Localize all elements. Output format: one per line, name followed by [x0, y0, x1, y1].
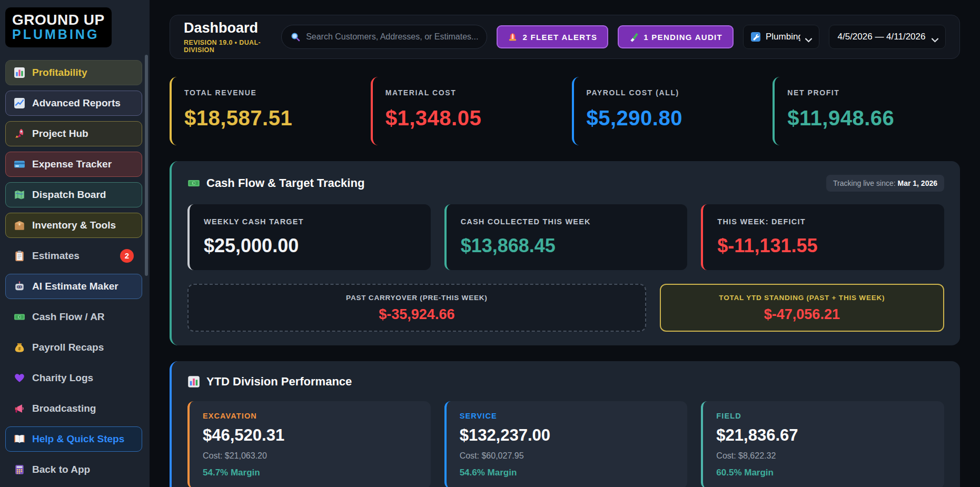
division-select[interactable]: Plumbing — [743, 25, 819, 49]
division-select-value: Plumbing — [766, 32, 800, 42]
stat-label: WEEKLY CASH TARGET — [204, 217, 417, 226]
kpi-value: $1,348.05 — [385, 106, 558, 130]
sidebar-item-broadcasting[interactable]: Broadcasting — [5, 396, 142, 421]
sidebar-item-ai-estimate-maker[interactable]: AI Estimate Maker — [5, 274, 142, 299]
sidebar-item-profitability[interactable]: Profitability — [5, 60, 142, 85]
tracking-date: Mar 1, 2026 — [898, 179, 938, 187]
division-card-excavation: EXCAVATION $46,520.31 Cost: $21,063.20 5… — [187, 401, 431, 487]
purple-heart-icon — [14, 372, 25, 384]
division-cards-row: EXCAVATION $46,520.31 Cost: $21,063.20 5… — [187, 401, 944, 487]
sidebar-item-back-to-app[interactable]: Back to App — [5, 457, 142, 482]
kpi-net-profit: NET PROFIT $11,948.66 — [773, 77, 960, 145]
sidebar: GROUND UP PLUMBING Profitability Advance… — [0, 0, 150, 487]
package-icon — [14, 220, 25, 231]
header-bar: Dashboard REVISION 19.0 • DUAL-DIVISION … — [170, 15, 960, 59]
sidebar-scrollbar[interactable] — [145, 55, 148, 276]
sidebar-item-label: Profitability — [32, 67, 87, 78]
division-name: SERVICE — [460, 412, 675, 420]
fleet-alerts-button[interactable]: 2 FLEET ALERTS — [497, 25, 608, 48]
bar-chart-icon — [187, 375, 200, 388]
megaphone-icon — [14, 403, 25, 414]
clipboard-icon — [14, 250, 25, 262]
sidebar-item-label: Estimates — [32, 250, 80, 262]
weekly-cash-target-card: WEEKLY CASH TARGET $25,000.00 — [187, 204, 431, 270]
kpi-label: PAYROLL COST (ALL) — [587, 88, 759, 97]
division-name: EXCAVATION — [203, 412, 418, 420]
stat-label: CASH COLLECTED THIS WEEK — [461, 217, 674, 226]
sidebar-item-label: Payroll Recaps — [32, 342, 104, 353]
sidebar-item-project-hub[interactable]: Project Hub — [5, 121, 142, 146]
kpi-material-cost: MATERIAL COST $1,348.05 — [371, 77, 558, 145]
division-margin: 54.7% Margin — [203, 468, 418, 478]
kpi-total-revenue: TOTAL REVENUE $18,587.51 — [170, 77, 357, 145]
stat-label: THIS WEEK: DEFICIT — [717, 217, 930, 226]
division-cost: Cost: $8,622.32 — [716, 451, 931, 461]
division-name: FIELD — [716, 412, 931, 420]
sidebar-item-payroll-recaps[interactable]: Payroll Recaps — [5, 335, 142, 360]
ytd-division-title: YTD Division Performance — [206, 375, 352, 389]
stat-value: $-11,131.55 — [717, 235, 930, 257]
open-book-icon — [14, 433, 25, 445]
trend-chart-icon — [14, 97, 25, 109]
siren-icon — [508, 32, 518, 42]
search-placeholder: Search Customers, Addresses, or Estimate… — [306, 32, 478, 42]
cash-flow-header: Cash Flow & Target Tracking Tracking liv… — [187, 175, 944, 192]
division-margin: 60.5% Margin — [716, 468, 931, 478]
title-block: Dashboard REVISION 19.0 • DUAL-DIVISION — [184, 20, 264, 54]
sidebar-item-label: Advanced Reports — [32, 97, 121, 109]
ytd-standing-card: TOTAL YTD STANDING (PAST + THIS WEEK) $-… — [660, 284, 944, 332]
cash-bottom-row: PAST CARRYOVER (PRE-THIS WEEK) $-35,924.… — [187, 284, 944, 332]
cash-flow-section: Cash Flow & Target Tracking Tracking liv… — [170, 161, 960, 345]
division-cost: Cost: $60,027.95 — [460, 451, 675, 461]
kpi-value: $18,587.51 — [184, 106, 357, 130]
bar-chart-icon — [14, 67, 25, 78]
pending-audit-button[interactable]: 1 PENDING AUDIT — [618, 25, 734, 48]
page-subtitle: REVISION 19.0 • DUAL-DIVISION — [184, 39, 264, 54]
kpi-payroll-cost: PAYROLL COST (ALL) $5,290.80 — [572, 77, 759, 145]
sidebar-item-expense-tracker[interactable]: Expense Tracker — [5, 152, 142, 177]
fleet-alerts-label: 2 FLEET ALERTS — [522, 33, 597, 42]
sidebar-item-inventory-tools[interactable]: Inventory & Tools — [5, 213, 142, 238]
sidebar-item-label: Expense Tracker — [32, 158, 112, 170]
brand-line2: PLUMBING — [12, 27, 105, 41]
search-icon — [290, 32, 301, 42]
division-cost: Cost: $21,063.20 — [203, 451, 418, 461]
kpi-row: TOTAL REVENUE $18,587.51 MATERIAL COST $… — [170, 77, 960, 145]
sidebar-item-cash-flow-ar[interactable]: Cash Flow / AR — [5, 304, 142, 330]
brand-line1: GROUND UP — [12, 12, 105, 27]
sidebar-item-advanced-reports[interactable]: Advanced Reports — [5, 91, 142, 116]
pending-audit-label: 1 PENDING AUDIT — [644, 33, 722, 42]
kpi-value: $5,290.80 — [587, 106, 759, 130]
sidebar-item-dispatch-board[interactable]: Dispatch Board — [5, 182, 142, 207]
sidebar-item-charity-logs[interactable]: Charity Logs — [5, 365, 142, 391]
robot-icon — [14, 281, 25, 292]
estimates-count-badge: 2 — [120, 249, 134, 263]
stat-label: PAST CARRYOVER (PRE-THIS WEEK) — [194, 294, 640, 302]
sidebar-item-label: Dispatch Board — [32, 189, 106, 201]
page-title: Dashboard — [184, 20, 264, 36]
search-input[interactable]: Search Customers, Addresses, or Estimate… — [281, 25, 487, 49]
sidebar-item-label: Charity Logs — [32, 372, 93, 384]
ytd-division-header: YTD Division Performance — [187, 375, 944, 389]
sidebar-item-estimates[interactable]: Estimates 2 — [5, 243, 142, 269]
sidebar-item-label: Project Hub — [32, 128, 88, 140]
kpi-label: NET PROFIT — [787, 88, 960, 97]
main-content: Dashboard REVISION 19.0 • DUAL-DIVISION … — [150, 0, 980, 487]
abacus-icon — [14, 464, 25, 475]
division-margin: 54.6% Margin — [460, 468, 675, 478]
sidebar-item-label: Inventory & Tools — [32, 220, 116, 231]
wrench-icon — [750, 32, 761, 42]
stat-value: $-47,056.21 — [666, 306, 938, 323]
kpi-value: $11,948.66 — [787, 106, 960, 130]
date-range-value: 4/5/2026 — 4/11/2026 — [836, 32, 927, 42]
sidebar-item-help-quick-steps[interactable]: Help & Quick Steps — [5, 426, 142, 452]
brand-logo: GROUND UP PLUMBING — [5, 7, 112, 47]
date-range-select[interactable]: 4/5/2026 — 4/11/2026 — [829, 25, 946, 49]
stat-value: $-35,924.66 — [194, 306, 640, 323]
money-bag-icon — [14, 342, 25, 353]
kpi-label: TOTAL REVENUE — [184, 88, 357, 97]
sidebar-item-label: Help & Quick Steps — [32, 433, 124, 445]
division-card-field: FIELD $21,836.67 Cost: $8,622.32 60.5% M… — [701, 401, 944, 487]
banknote-icon — [187, 177, 200, 190]
cash-flow-title: Cash Flow & Target Tracking — [206, 176, 364, 190]
